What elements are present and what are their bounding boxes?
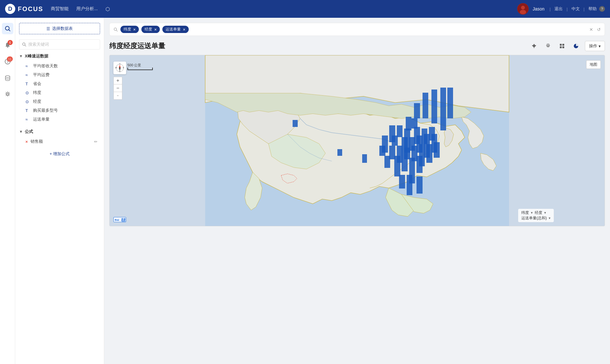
filter-search-icon (113, 27, 118, 32)
formula-x-icon: × (25, 139, 28, 144)
section-arrow-icon: ▼ (19, 54, 23, 58)
filter-tag-close-latitude[interactable]: × (133, 27, 136, 32)
svg-point-2 (520, 10, 526, 14)
svg-text:S: S (119, 70, 120, 72)
svg-rect-18 (562, 46, 564, 48)
svg-text:N: N (119, 63, 120, 65)
avatar (517, 3, 529, 15)
help-link[interactable]: 帮助 (588, 6, 597, 12)
sidebar-icons: 6 ? 11 (0, 18, 15, 364)
svg-point-9 (7, 94, 9, 96)
svg-point-3 (5, 26, 9, 30)
map-container: N S W E + − − 500 公里 地图 (109, 55, 605, 226)
svg-text:Bai: Bai (115, 218, 119, 222)
top-navigation: D FOCUS 商贸智能 用户分析... ⬡ Jason | 退出 | 中文 |… (0, 0, 610, 18)
svg-rect-17 (560, 46, 562, 48)
svg-line-11 (25, 45, 26, 46)
svg-text:W: W (115, 67, 117, 69)
field-shipping-qty[interactable]: ≈ 运送单量 (19, 115, 100, 124)
sidebar-icon-notifications[interactable]: 6 (2, 39, 13, 51)
search-icon (22, 42, 26, 47)
app-name: FOCUS (18, 5, 43, 13)
select-table-button[interactable]: ☰ 选择数据表 (19, 23, 100, 34)
field-avg-sign-days[interactable]: ≈ 平均签收天数 (19, 62, 100, 70)
nav-link-commerce[interactable]: 商贸智能 (51, 6, 69, 12)
field-avg-freight[interactable]: ≈ 平均运费 (19, 70, 100, 79)
svg-text:地图: 地图 (121, 219, 125, 222)
nav-actions: | 退出 | 中文 | 帮助 ? (548, 6, 605, 12)
settings-button[interactable] (543, 41, 553, 51)
sidebar-icon-search[interactable] (2, 23, 13, 34)
map-svg (110, 55, 605, 226)
left-panel: ☰ 选择数据表 搜索关键词 ▼ X峰速运数据 ≈ 平均签收天数 ≈ 平均运费 T… (15, 18, 104, 364)
ops-button[interactable]: 操作 ▾ (585, 41, 605, 51)
formula-edit-icon[interactable]: ✏ (94, 139, 98, 144)
filter-tag-longitude[interactable]: 经度 × (141, 26, 160, 33)
svg-rect-16 (562, 44, 564, 46)
svg-point-8 (5, 76, 10, 77)
sidebar-icon-help[interactable]: ? 11 (2, 56, 13, 67)
zoom-controls: + − − (113, 77, 122, 100)
filter-tag-close-longitude[interactable]: × (154, 27, 157, 32)
pin-button[interactable] (529, 41, 539, 51)
filter-tag-shipping[interactable]: 运送单量 × (162, 26, 188, 33)
grid-view-button[interactable] (557, 41, 567, 51)
chart-title: 纬度经度运送单量 (109, 41, 165, 51)
map-scale: 500 公里 (127, 63, 153, 70)
nav-external-link-icon[interactable]: ⬡ (105, 6, 110, 12)
compass-control[interactable]: N S W E (113, 62, 126, 74)
svg-line-4 (9, 30, 10, 31)
legend-shipping[interactable]: 运送单量(总和) ▾ (521, 215, 551, 221)
scale-bar (127, 68, 153, 70)
map-label-button[interactable]: 地图 (586, 60, 601, 69)
formula-arrow-icon: ▼ (19, 129, 23, 134)
section-header-formula[interactable]: ▼ 公式 (19, 129, 100, 135)
svg-text:E: E (123, 67, 124, 69)
nav-link-users[interactable]: 用户分析... (76, 6, 98, 12)
chart-header: 纬度经度运送单量 (109, 41, 605, 51)
chart-actions: 操作 ▾ (529, 41, 605, 51)
language-link[interactable]: 中文 (572, 6, 580, 12)
zoom-out-button[interactable]: − (113, 84, 122, 92)
geo-icon-2: ⊙ (25, 99, 30, 104)
map-controls: N S W E + − − (113, 62, 126, 100)
user-name: Jason (532, 6, 544, 11)
keyword-search-box[interactable]: 搜索关键词 (19, 39, 100, 50)
field-top-model[interactable]: T 购买最多型号 (19, 106, 100, 115)
section-header-xfeng[interactable]: ▼ X峰速运数据 (19, 53, 100, 59)
zoom-reset-button[interactable]: − (113, 92, 122, 100)
filter-refresh-button[interactable]: ↺ (597, 27, 601, 32)
main-content: 纬度 × 经度 × 运送单量 × ✕ ↺ 纬度经度运送单量 (104, 18, 610, 364)
baidu-watermark: Bai 地图 (113, 217, 126, 222)
measure-icon-2: ≈ (25, 73, 30, 77)
logout-link[interactable]: 退出 (554, 6, 563, 12)
zoom-in-button[interactable]: + (113, 77, 122, 84)
sidebar-icon-settings[interactable] (2, 89, 13, 100)
measure-icon: ≈ (25, 64, 30, 69)
svg-line-13 (116, 30, 118, 31)
user-area: Jason | 退出 | 中文 | 帮助 ? (517, 3, 605, 15)
geo-icon: ⊙ (25, 90, 30, 95)
sidebar-icon-database[interactable] (2, 72, 13, 84)
svg-point-24 (119, 67, 120, 69)
field-longitude[interactable]: ⊙ 经度 (19, 97, 100, 106)
add-formula-button[interactable]: + 增加公式 (19, 149, 100, 159)
filter-tag-close-shipping[interactable]: × (183, 27, 185, 32)
dimension-icon: T (25, 82, 30, 86)
help-icon[interactable]: ? (599, 6, 605, 12)
logo-icon: D (5, 4, 15, 14)
filter-clear-button[interactable]: ✕ (589, 27, 593, 32)
svg-point-10 (23, 43, 25, 45)
field-province[interactable]: T 省会 (19, 79, 100, 88)
measure-icon-3: ≈ (25, 117, 30, 122)
formula-item-sales[interactable]: × 销售额 ✏ (19, 137, 100, 146)
filter-bar: 纬度 × 经度 × 运送单量 × ✕ ↺ (109, 23, 605, 36)
field-latitude[interactable]: ⊙ 纬度 (19, 88, 100, 97)
svg-rect-15 (560, 44, 562, 46)
svg-rect-5 (7, 47, 8, 48)
legend-lat-lng[interactable]: 纬度 ▾ 经度 ▾ (521, 210, 551, 215)
pie-view-button[interactable] (571, 41, 581, 51)
filter-tag-latitude[interactable]: 纬度 × (120, 26, 139, 33)
logo-area[interactable]: D FOCUS (5, 4, 43, 14)
help-badge: 11 (7, 56, 12, 62)
